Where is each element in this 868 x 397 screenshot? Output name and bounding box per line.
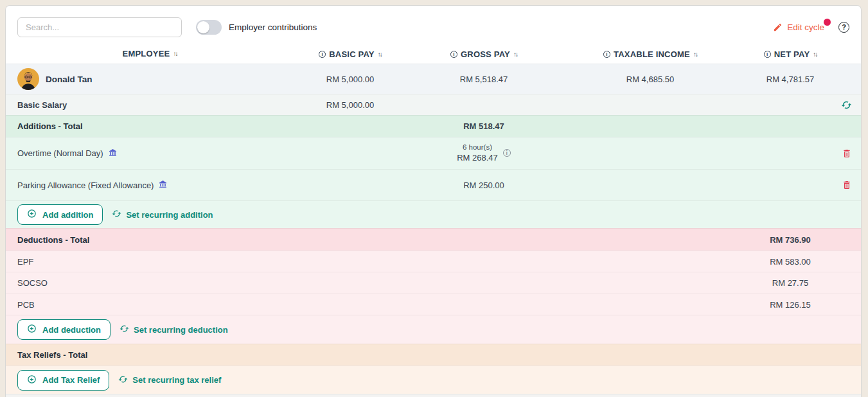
bank-icon[interactable] [159, 180, 167, 190]
column-header-employee[interactable]: EMPLOYEE ↑↓ [6, 49, 282, 58]
employee-gross-pay: RM 5,518.47 [418, 75, 549, 84]
column-header-basic-pay[interactable]: i BASIC PAY ↑↓ [319, 49, 381, 59]
notification-dot [824, 19, 831, 26]
help-icon[interactable]: ? [838, 22, 849, 33]
sync-icon [112, 209, 121, 220]
bank-icon[interactable] [109, 148, 117, 159]
tax-reliefs-actions-row: Add Tax Relief Set recurring tax relief [6, 366, 861, 394]
addition-row-overtime: Overtime (Normal Day) 6 hour(s) RM 268.4… [6, 137, 861, 169]
column-label: NET PAY [774, 49, 810, 59]
deduction-amount: RM 126.15 [751, 300, 829, 310]
sort-icon[interactable]: ↑↓ [693, 51, 697, 58]
employee-summary-row[interactable]: Donald Tan RM 5,000.00 RM 5,518.47 RM 4,… [6, 64, 861, 94]
add-deduction-label: Add deduction [42, 325, 101, 335]
sync-icon [118, 375, 128, 386]
basic-salary-amount: RM 5,000.00 [282, 100, 418, 110]
set-recurring-deduction-label: Set recurring deduction [134, 325, 228, 335]
info-icon: i [764, 51, 771, 58]
deduction-amount: RM 27.75 [751, 278, 829, 288]
set-recurring-addition-link[interactable]: Set recurring addition [112, 209, 213, 220]
deductions-actions-row: Add deduction Set recurring deduction [6, 315, 861, 344]
pencil-icon [773, 22, 783, 32]
info-icon[interactable]: i [503, 149, 511, 157]
table-header-row: EMPLOYEE ↑↓ i BASIC PAY ↑↓ i GROSS PAY ↑… [6, 43, 861, 64]
addition-quantity: 6 hour(s) [457, 142, 498, 153]
deduction-amount: RM 583.00 [751, 257, 829, 267]
next-row-partial [6, 394, 861, 397]
addition-row-parking: Parking Allowance (Fixed Allowance) RM 2… [6, 169, 861, 200]
addition-label: Overtime (Normal Day) [17, 148, 103, 158]
basic-salary-row: Basic Salary RM 5,000.00 [6, 94, 861, 115]
sync-icon [120, 324, 129, 335]
add-deduction-button[interactable]: Add deduction [17, 319, 111, 340]
set-recurring-addition-label: Set recurring addition [126, 210, 213, 220]
sort-icon[interactable]: ↑↓ [173, 50, 177, 57]
tax-reliefs-total-label: Tax Reliefs - Total [17, 350, 87, 360]
additions-actions-row: Add addition Set recurring addition [6, 200, 861, 228]
edit-cycle-button[interactable]: Edit cycle [773, 22, 824, 32]
employee-name: Donald Tan [46, 75, 93, 84]
toggle-knob [197, 21, 209, 33]
column-label: EMPLOYEE [123, 49, 170, 58]
info-icon: i [603, 51, 610, 58]
deduction-row-epf: EPF RM 583.00 [6, 251, 861, 272]
column-label: BASIC PAY [329, 49, 374, 59]
column-label: GROSS PAY [461, 49, 510, 59]
addition-amount: RM 268.47 [457, 152, 498, 164]
column-header-taxable-income[interactable]: i TAXABLE INCOME ↑↓ [603, 49, 697, 59]
circle-plus-icon [27, 375, 37, 386]
addition-label: Parking Allowance (Fixed Allowance) [17, 181, 154, 190]
set-recurring-tax-relief-label: Set recurring tax relief [132, 375, 221, 385]
deduction-row-socso: SOCSO RM 27.75 [6, 272, 861, 294]
deduction-label: EPF [17, 257, 33, 267]
avatar [17, 68, 39, 90]
trash-icon[interactable] [842, 180, 852, 190]
search-input[interactable] [17, 17, 182, 37]
circle-plus-icon [27, 324, 37, 335]
additions-total-row: Additions - Total RM 518.47 [6, 115, 861, 137]
column-header-net-pay[interactable]: i NET PAY ↑↓ [764, 49, 817, 59]
deduction-label: PCB [17, 300, 35, 310]
employer-contributions-label: Employer contributions [229, 22, 317, 32]
toolbar: Employer contributions Edit cycle ? [6, 6, 861, 43]
tax-reliefs-total-row: Tax Reliefs - Total [6, 344, 861, 366]
deduction-label: SOCSO [17, 278, 48, 288]
column-header-gross-pay[interactable]: i GROSS PAY ↑↓ [450, 49, 517, 59]
payroll-card: Employer contributions Edit cycle ? EMPL… [5, 5, 862, 397]
employer-contributions-toggle[interactable] [196, 20, 222, 35]
deduction-row-pcb: PCB RM 126.15 [6, 294, 861, 315]
edit-cycle-label: Edit cycle [787, 22, 824, 32]
employee-taxable-income: RM 4,685.50 [549, 75, 751, 84]
additions-total-label: Additions - Total [17, 121, 83, 131]
addition-amount: RM 250.00 [418, 181, 549, 190]
sort-icon[interactable]: ↑↓ [378, 51, 382, 58]
sort-icon[interactable]: ↑↓ [813, 51, 817, 58]
additions-total-amount: RM 518.47 [418, 121, 549, 131]
add-tax-relief-button[interactable]: Add Tax Relief [17, 370, 109, 391]
set-recurring-deduction-link[interactable]: Set recurring deduction [120, 324, 228, 335]
set-recurring-tax-relief-link[interactable]: Set recurring tax relief [118, 375, 221, 386]
basic-salary-label: Basic Salary [17, 100, 67, 110]
employee-basic-pay: RM 5,000.00 [282, 75, 418, 84]
add-addition-label: Add addition [42, 210, 93, 220]
info-icon: i [450, 51, 457, 58]
info-icon: i [319, 51, 326, 58]
deductions-total-row: Deductions - Total RM 736.90 [6, 228, 861, 251]
add-tax-relief-label: Add Tax Relief [42, 375, 100, 385]
column-label: TAXABLE INCOME [614, 49, 690, 59]
employee-net-pay: RM 4,781.57 [751, 75, 829, 84]
trash-icon[interactable] [842, 148, 852, 159]
add-addition-button[interactable]: Add addition [17, 204, 103, 225]
circle-plus-icon [27, 209, 37, 220]
sort-icon[interactable]: ↑↓ [513, 51, 517, 58]
deductions-total-label: Deductions - Total [17, 235, 89, 245]
deductions-total-amount: RM 736.90 [751, 235, 829, 245]
refresh-icon[interactable] [841, 100, 852, 110]
